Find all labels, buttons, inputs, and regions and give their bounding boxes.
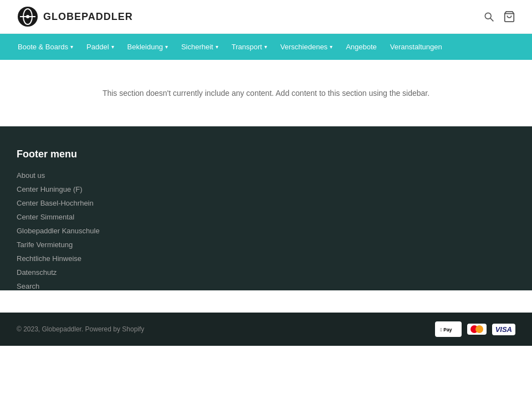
cart-button[interactable]	[503, 11, 515, 23]
empty-section-text: This section doesn't currently include a…	[103, 89, 429, 98]
footer-link-center-simmental[interactable]: Center Simmental	[17, 213, 515, 221]
apple-pay-icon:  Pay	[435, 321, 462, 337]
footer-link-rechtliche[interactable]: Rechtliche Hinweise	[17, 254, 515, 263]
chevron-down-icon: ▾	[330, 44, 332, 50]
footer: Footer menu About us Center Huningue (F)…	[0, 126, 532, 290]
nav-item-angebote[interactable]: Angebote	[339, 34, 383, 60]
footer-link-about-us[interactable]: About us	[17, 171, 515, 180]
nav-item-boote-boards[interactable]: Boote & Boards ▾	[11, 34, 80, 60]
svg-line-5	[490, 18, 493, 21]
header-actions	[483, 11, 515, 23]
svg-point-3	[26, 15, 29, 18]
footer-link-search[interactable]: Search	[17, 282, 515, 290]
chevron-down-icon: ▾	[264, 44, 267, 50]
nav-item-sicherheit[interactable]: Sicherheit ▾	[175, 34, 225, 60]
footer-link-tarife[interactable]: Tarife Vermietung	[17, 241, 515, 249]
main-content: This section doesn't currently include a…	[0, 60, 532, 126]
copyright-text: © 2023, Globepaddler. Powered by Shopify	[17, 325, 144, 333]
nav-item-transport[interactable]: Transport ▾	[225, 34, 274, 60]
logo-icon	[17, 6, 39, 28]
chevron-down-icon: ▾	[70, 44, 73, 50]
footer-link-center-basel[interactable]: Center Basel-Hochrhein	[17, 199, 515, 207]
footer-link-kanuschule[interactable]: Globepaddler Kanuschule	[17, 227, 515, 235]
chevron-down-icon: ▾	[165, 44, 168, 50]
svg-text: Pay:  Pay	[440, 327, 452, 332]
payment-icons:  Pay VISA	[435, 321, 515, 337]
header: GLOBEPADDLER	[0, 0, 532, 34]
cart-icon	[503, 11, 515, 23]
chevron-down-icon: ▾	[216, 44, 218, 50]
svg-point-4	[485, 13, 491, 19]
search-icon	[483, 11, 494, 22]
footer-menu-title: Footer menu	[17, 149, 515, 160]
visa-icon: VISA	[492, 324, 515, 335]
nav-item-verschiedenes[interactable]: Verschiedenes ▾	[274, 34, 339, 60]
logo-text: GLOBEPADDLER	[43, 11, 133, 23]
nav-item-paddel[interactable]: Paddel ▾	[80, 34, 120, 60]
search-button[interactable]	[483, 11, 494, 22]
logo-area: GLOBEPADDLER	[17, 6, 133, 28]
footer-link-datenschutz[interactable]: Datenschutz	[17, 268, 515, 277]
chevron-down-icon: ▾	[111, 44, 114, 50]
footer-link-center-huningue[interactable]: Center Huningue (F)	[17, 185, 515, 193]
mastercard-icon	[467, 324, 487, 335]
nav-item-veranstaltungen[interactable]: Veranstaltungen	[383, 34, 449, 60]
footer-bottom: © 2023, Globepaddler. Powered by Shopify…	[0, 313, 532, 346]
navbar: Boote & Boards ▾ Paddel ▾ Bekleidung ▾ S…	[0, 34, 532, 60]
footer-menu: Footer menu About us Center Huningue (F)…	[17, 149, 515, 290]
nav-item-bekleidung[interactable]: Bekleidung ▾	[121, 34, 175, 60]
